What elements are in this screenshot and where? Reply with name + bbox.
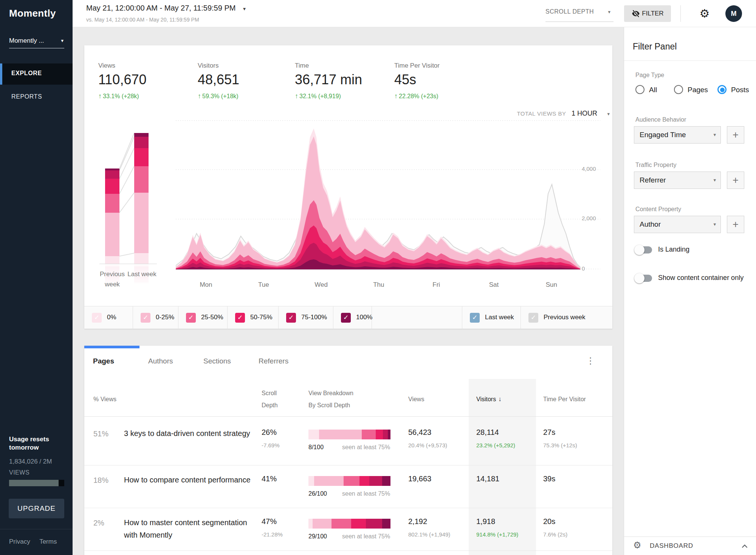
day-label: Wed (306, 281, 336, 289)
sidebar-item-explore[interactable]: EXPLORE (0, 63, 73, 85)
audience-behavior-select[interactable]: Engaged Time ▾ (634, 126, 721, 144)
row-breakdown: 29/100seen at least 75% (308, 519, 395, 540)
stat-delta: ↑59.3% (+18k) (198, 92, 239, 100)
terms-link[interactable]: Terms (39, 538, 57, 545)
radio-icon (674, 85, 683, 94)
main-content: Views 110,670 ↑33.1% (+28k) Visitors 48,… (73, 27, 624, 555)
stat-label: Views (98, 62, 146, 70)
checkbox-checked-icon: ✓ (470, 313, 480, 323)
content-property-select[interactable]: Author ▾ (634, 216, 721, 233)
select-value: Author (640, 220, 661, 229)
column-header-scroll-depth[interactable]: ScrollDepth (262, 387, 311, 411)
date-range-value: May 21, 12:00:00 AM - May 27, 11:59:59 P… (86, 4, 235, 12)
overlay-metric-selector[interactable]: SCROLL DEPTH ▾ (545, 5, 613, 22)
date-range-selector[interactable]: May 21, 12:00:00 AM - May 27, 11:59:59 P… (86, 4, 246, 12)
privacy-link[interactable]: Privacy (9, 538, 30, 545)
scroll-depth-breakdown-bar (308, 519, 390, 529)
day-label: Thu (364, 281, 394, 289)
traffic-property-label: Traffic Property (635, 162, 676, 169)
up-arrow-icon: ↑ (98, 92, 102, 100)
table-row[interactable]: 51% 3 keys to data-driven content strate… (84, 417, 612, 465)
kebab-menu-icon[interactable]: ⋮ (585, 356, 596, 366)
topbar: May 21, 12:00:00 AM - May 27, 11:59:59 P… (73, 0, 756, 27)
is-landing-toggle[interactable]: Is Landing (634, 245, 710, 256)
usage-progress-bar (9, 480, 64, 486)
settings-gear-icon[interactable]: ⚙ (697, 6, 712, 21)
legend-label: 25-50% (201, 314, 223, 321)
chevron-down-icon: ▾ (607, 111, 610, 117)
row-pct-views: 18% (93, 476, 108, 485)
overview-card: Views 110,670 ↑33.1% (+28k) Visitors 48,… (84, 45, 612, 329)
legend-toggle-0pct[interactable]: ✓ 0% (84, 306, 133, 329)
row-time-per-visitor: 27s 75.3% (+12s) (543, 428, 577, 448)
gear-icon: ⚙ (633, 540, 641, 550)
previous-week-bar[interactable] (105, 169, 119, 264)
stat-value: 45s (394, 72, 440, 88)
last-week-bar[interactable] (134, 133, 149, 264)
checkbox-checked-icon: ✓ (141, 313, 150, 323)
legend-toggle-50-75pct[interactable]: ✓ 50-75% (228, 306, 279, 329)
y-axis-tick: 0 (582, 265, 604, 272)
avatar[interactable]: M (725, 5, 742, 22)
bars-baseline (99, 264, 157, 264)
topbar-divider (680, 5, 681, 22)
upgrade-button[interactable]: UPGRADE (9, 499, 64, 518)
legend-toggle-previous-week[interactable]: ✓ Previous week (521, 306, 612, 329)
account-selector[interactable]: Momently ... ▾ (9, 35, 64, 48)
checkbox-checked-icon: ✓ (286, 313, 296, 323)
usage-unit: VIEWS (9, 469, 29, 476)
usage-count: 1,834,026 / 2M (9, 458, 52, 465)
legend-toggle-100pct[interactable]: ✓ 100% (333, 306, 372, 329)
column-header-pct-views[interactable]: % Views (93, 393, 116, 405)
traffic-area-chart[interactable] (176, 120, 600, 270)
tab-authors[interactable]: Authors (148, 357, 173, 365)
stat-label: Time Per Visitor (394, 62, 440, 70)
add-audience-filter-button[interactable]: + (727, 126, 744, 144)
up-arrow-icon: ↑ (198, 92, 201, 100)
tab-referrers[interactable]: Referrers (259, 357, 288, 365)
table-row[interactable]: 18% How to compare content performance 4… (84, 465, 612, 508)
traffic-property-select[interactable]: Referrer ▾ (634, 172, 721, 189)
column-header-views[interactable]: Views (408, 393, 424, 405)
column-header-view-breakdown[interactable]: View BreakdownBy Scroll Depth (308, 387, 373, 411)
tab-pages[interactable]: Pages (93, 357, 114, 365)
stat-delta: ↑32.1% (+8,919) (295, 92, 362, 100)
breakdown-note: 8/100seen at least 75% (308, 444, 395, 451)
radio-label: Posts (731, 86, 749, 94)
radio-label: All (649, 86, 657, 94)
column-header-time-per-visitor[interactable]: Time Per Visitor (543, 393, 586, 405)
table-row[interactable]: 2% How to master content segmentation wi… (84, 508, 612, 551)
row-visitors: 1,918 914.8% (+1,729) (476, 517, 518, 538)
row-views-delta: 20.4% (+9,573) (408, 442, 447, 448)
scroll-depth-breakdown-bar (308, 430, 390, 439)
chevron-up-icon (740, 541, 750, 551)
day-label: Mon (191, 281, 221, 289)
row-title[interactable]: How to master content segmentation with … (124, 516, 254, 541)
tab-sections[interactable]: Sections (203, 357, 231, 365)
legend-toggle-75-100pct[interactable]: ✓ 75-100% (279, 306, 333, 329)
dashboard-footer-button[interactable]: ⚙ DASHBOARD (624, 536, 756, 555)
row-scroll-depth: 26% -7.69% (262, 428, 280, 448)
sidebar-item-reports[interactable]: REPORTS (0, 89, 73, 106)
stat-value: 36,717 min (295, 72, 362, 88)
chevron-down-icon: ▾ (61, 38, 64, 43)
day-label: Sat (479, 281, 509, 289)
usage-progress-fill (9, 480, 59, 486)
legend-toggle-25-50pct[interactable]: ✓ 25-50% (178, 306, 228, 329)
column-header-visitors[interactable]: Visitors↓ (476, 393, 502, 405)
content-table-card: Pages Authors Sections Referrers ⋮ % Vie… (84, 346, 612, 555)
legend-toggle-0-25pct[interactable]: ✓ 0-25% (133, 306, 178, 329)
sidebar-footer: Privacy Terms (9, 538, 64, 546)
add-content-filter-button[interactable]: + (727, 216, 744, 233)
row-title[interactable]: 3 keys to data-driven content strategy (124, 427, 254, 440)
toggle-label: Is Landing (658, 246, 689, 254)
row-title[interactable]: How to compare content performance (124, 474, 254, 486)
show-content-container-toggle[interactable]: Show content container only (634, 273, 748, 284)
add-traffic-filter-button[interactable]: + (727, 172, 744, 189)
legend-toggle-last-week[interactable]: ✓ Last week (462, 306, 521, 329)
total-views-by-selector[interactable]: TOTAL VIEWS BY 1 HOUR ▾ (477, 110, 610, 117)
filter-button[interactable]: FILTER (624, 5, 671, 22)
checkbox-checked-icon: ✓ (528, 313, 538, 323)
row-visitors-delta: 23.2% (+5,292) (476, 442, 515, 448)
radio-icon (635, 85, 644, 94)
